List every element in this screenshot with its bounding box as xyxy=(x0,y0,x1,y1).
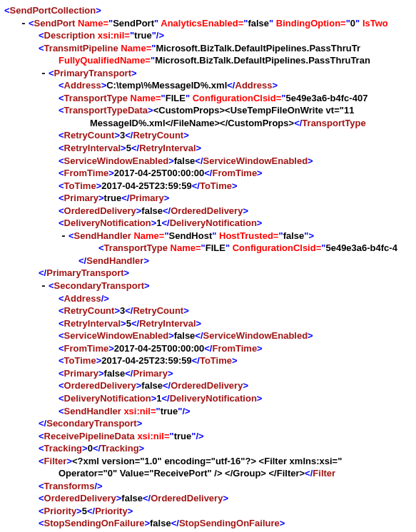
service-window: <ServiceWindowEnabled>false</ServiceWind… xyxy=(4,155,416,168)
delivery-notification2: <DeliveryNotification>1</DeliveryNotific… xyxy=(4,392,416,405)
tracking: <Tracking>0</Tracking> xyxy=(4,442,416,455)
transforms: <Transforms/> xyxy=(4,480,416,493)
description: <Description xsi:nil="true"/> xyxy=(4,29,416,42)
root-open: <SendPortCollection> xyxy=(4,4,416,17)
filter: <Filter><?xml version="1.0" encoding="ut… xyxy=(4,455,416,468)
secondary-transport-open: -<SecondaryTransport> xyxy=(4,280,416,292)
toggle-icon[interactable]: - xyxy=(39,280,49,292)
receive-pipeline-data: <ReceivePipelineData xsi:nil="true"/> xyxy=(4,430,416,443)
address2: <Address/> xyxy=(4,292,416,305)
retry-count: <RetryCount>3</RetryCount> xyxy=(4,129,416,142)
ordered-delivery: <OrderedDelivery>false</OrderedDelivery> xyxy=(4,205,416,218)
transport-type-data-cont: MessageID%.xml</FileName></CustomProps><… xyxy=(4,117,416,130)
ordered-delivery2: <OrderedDelivery>false</OrderedDelivery> xyxy=(4,379,416,392)
priority: <Priority>5</Priority> xyxy=(4,505,416,518)
primary-transport-open: -<PrimaryTransport> xyxy=(4,67,416,80)
from-time2: <FromTime>2017-04-25T00:00:00</FromTime> xyxy=(4,342,416,355)
transport-type-data: <TransportTypeData><CustomProps><UseTemp… xyxy=(4,104,416,117)
transmit-pipeline: <TransmitPipeline Name="Microsoft.BizTal… xyxy=(4,42,416,55)
transport-type: <TransportType Name="FILE" Configuration… xyxy=(4,92,416,105)
send-handler-tt: <TransportType Name="FILE" Configuration… xyxy=(4,242,416,255)
secondary-transport-close: </SecondaryTransport> xyxy=(4,417,416,430)
send-handler2: <SendHandler xsi:nil="true"/> xyxy=(4,405,416,418)
filter-cont: Operator="0" Value="ReceivePort" /> </Gr… xyxy=(4,467,416,480)
address: <Address>C:\temp\%MessageID%.xml</Addres… xyxy=(4,79,416,92)
retry-interval: <RetryInterval>5</RetryInterval> xyxy=(4,142,416,155)
xml-viewer: <SendPortCollection> -<SendPort Name="Se… xyxy=(4,4,416,532)
to-time: <ToTime>2017-04-25T23:59:59</ToTime> xyxy=(4,180,416,193)
toggle-icon[interactable]: - xyxy=(19,17,29,30)
service-window2: <ServiceWindowEnabled>false</ServiceWind… xyxy=(4,329,416,342)
toggle-icon[interactable]: - xyxy=(59,230,69,242)
retry-count2: <RetryCount>3</RetryCount> xyxy=(4,305,416,317)
send-handler-close: </SendHandler> xyxy=(4,255,416,267)
stop-sending: <StopSendingOnFailure>false</StopSending… xyxy=(4,517,416,530)
toggle-icon[interactable]: - xyxy=(39,67,49,80)
sendport-open: -<SendPort Name="SendPort" AnalyticsEnab… xyxy=(4,17,416,30)
delivery-notification: <DeliveryNotification>1</DeliveryNotific… xyxy=(4,217,416,230)
retry-interval2: <RetryInterval>5</RetryInterval> xyxy=(4,317,416,330)
send-handler-open: -<SendHandler Name="SendHost" HostTruste… xyxy=(4,230,416,242)
primary: <Primary>true</Primary> xyxy=(4,192,416,205)
from-time: <FromTime>2017-04-25T00:00:00</FromTime> xyxy=(4,167,416,180)
ordered-delivery3: <OrderedDelivery>false</OrderedDelivery> xyxy=(4,492,416,505)
to-time2: <ToTime>2017-04-25T23:59:59</ToTime> xyxy=(4,354,416,367)
primary-transport-close: </PrimaryTransport> xyxy=(4,267,416,280)
primary2: <Primary>false</Primary> xyxy=(4,367,416,380)
transmit-pipeline-cont: FullyQualifiedName="Microsoft.BizTalk.De… xyxy=(4,54,416,67)
